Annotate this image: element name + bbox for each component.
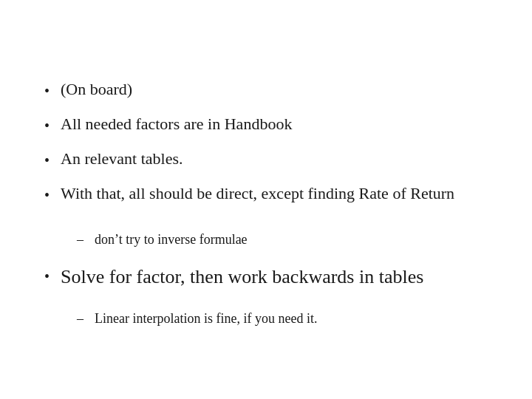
bullet-dot-2: • <box>44 115 61 136</box>
sub-dash-1: – <box>77 231 95 249</box>
bullet-item-1: • (On board) <box>44 78 488 101</box>
sub-text-1: don’t try to inverse formulae <box>95 231 488 249</box>
bullet-dot-1: • <box>44 81 61 101</box>
bullet-list: • (On board) • All needed factors are in… <box>44 78 488 217</box>
bullet-dot-3: • <box>44 150 61 171</box>
bullet-text-4: With that, all should be direct, except … <box>61 183 488 205</box>
bullet-text-large: Solve for factor, then work backwards in… <box>61 264 488 290</box>
sub-bullet-2: – Linear interpolation is fine, if you n… <box>77 310 488 328</box>
bullet-item-3: • An relevant tables. <box>44 148 488 171</box>
sub-bullet-1: – don’t try to inverse formulae <box>77 231 488 249</box>
large-bullet-list: • Solve for factor, then work backwards … <box>44 256 488 296</box>
bullet-item-large: • Solve for factor, then work backwards … <box>44 264 488 290</box>
slide-container: • (On board) • All needed factors are in… <box>0 0 532 399</box>
bullet-text-2: All needed factors are in Handbook <box>61 113 488 136</box>
bullet-text-3: An relevant tables. <box>61 148 488 171</box>
bullet-dot-large: • <box>44 266 61 287</box>
sub-text-2: Linear interpolation is fine, if you nee… <box>95 310 488 328</box>
bullet-item-2: • All needed factors are in Handbook <box>44 113 488 136</box>
bullet-text-1: (On board) <box>61 78 488 101</box>
bullet-item-4: • With that, all should be direct, excep… <box>44 183 488 205</box>
bullet-dot-4: • <box>44 185 61 205</box>
sub-dash-2: – <box>77 310 95 328</box>
